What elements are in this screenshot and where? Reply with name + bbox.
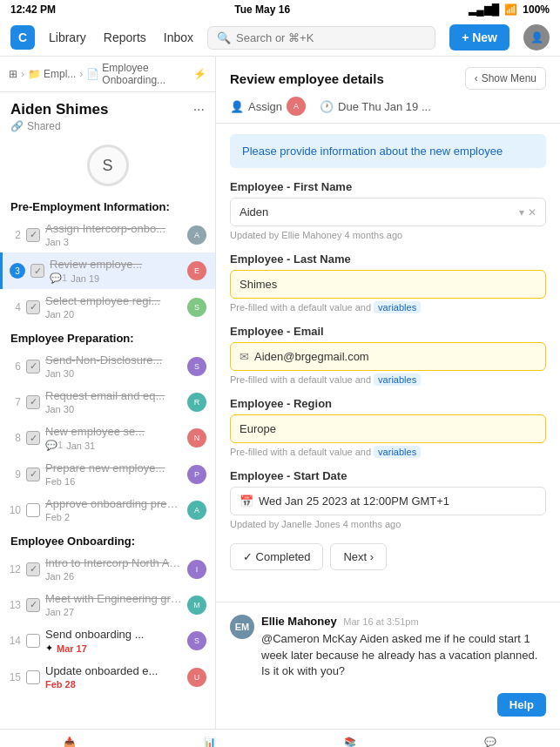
field-input[interactable]: Shimes bbox=[230, 270, 546, 299]
task-row[interactable]: 2 ✓ Assign Intercorp-onbo... Jan 3 A bbox=[0, 217, 215, 252]
left-panel: ⊞ › 📁 Empl... › 📄 Employee Onboarding...… bbox=[0, 57, 216, 729]
task-avatar: R bbox=[187, 393, 206, 412]
task-checkbox[interactable]: ✓ bbox=[26, 228, 40, 242]
task-label: Send-Non-Disclosure... bbox=[45, 353, 182, 367]
task-content: Prepare new employe... Feb 16 bbox=[45, 461, 182, 487]
right-panel: Review employee details ‹ Show Menu 👤 As… bbox=[216, 57, 560, 729]
task-comment: 💬1 bbox=[45, 440, 63, 451]
right-content: Please provide information about the new… bbox=[216, 124, 560, 602]
task-row[interactable]: 10 Approve onboarding prepa... Feb 2 A bbox=[0, 492, 215, 528]
right-header: Review employee details ‹ Show Menu 👤 As… bbox=[216, 57, 560, 124]
task-date: Jan 30 bbox=[45, 404, 74, 414]
breadcrumb-onboarding[interactable]: 📄 Employee Onboarding... bbox=[86, 62, 190, 86]
task-checkbox[interactable]: ✓ bbox=[26, 360, 40, 374]
task-content: Assign Intercorp-onbo... Jan 3 bbox=[45, 222, 182, 247]
section-employee-prep: Employee Preparation: bbox=[0, 325, 215, 348]
field-input[interactable]: Aiden ▾ ✕ bbox=[230, 198, 546, 226]
user-avatar[interactable]: 👤 bbox=[523, 24, 550, 50]
clear-icon[interactable]: ✕ bbox=[528, 206, 536, 219]
task-row-active[interactable]: 3 ✓ Review employe... 💬1 Jan 19 E bbox=[0, 252, 215, 289]
search-icon: 🔍 bbox=[217, 31, 231, 44]
nav-library[interactable]: Library bbox=[49, 30, 86, 44]
new-button[interactable]: + New bbox=[449, 24, 509, 50]
task-row[interactable]: 15 Update onboarded e... Feb 28 U bbox=[0, 659, 215, 695]
right-meta: 👤 Assign A 🕐 Due Thu Jan 19 ... bbox=[230, 97, 546, 116]
task-meta: Jan 26 bbox=[45, 571, 182, 582]
chevron-left-icon: ‹ bbox=[475, 72, 478, 84]
task-meta: Jan 20 bbox=[45, 309, 182, 320]
bottom-nav-comments[interactable]: 💬 Comments bbox=[420, 730, 560, 747]
task-checkbox[interactable] bbox=[26, 670, 40, 684]
help-button[interactable]: Help bbox=[497, 693, 546, 717]
task-row[interactable]: 13 ✓ Meet with Engineering gro... Jan 27… bbox=[0, 587, 215, 622]
task-checkbox[interactable]: ✓ bbox=[30, 264, 44, 278]
task-row[interactable]: 6 ✓ Send-Non-Disclosure... Jan 30 S bbox=[0, 348, 215, 384]
task-date: Mar 17 bbox=[57, 643, 87, 654]
search-input[interactable] bbox=[236, 31, 426, 44]
task-row[interactable]: 4 ✓ Select employee regi... Jan 20 S bbox=[0, 289, 215, 325]
field-label: Employee - Email bbox=[230, 325, 546, 338]
task-avatar: N bbox=[187, 428, 206, 448]
task-row[interactable]: 7 ✓ Request email and eq... Jan 30 R bbox=[0, 384, 215, 420]
next-button[interactable]: Next › bbox=[330, 543, 387, 570]
task-checkbox[interactable]: ✓ bbox=[26, 598, 40, 612]
field-label: Employee - First Name bbox=[230, 180, 546, 193]
task-date: Jan 26 bbox=[45, 571, 74, 582]
task-comment: 💬1 bbox=[50, 273, 67, 284]
more-options-icon[interactable]: ··· bbox=[193, 102, 205, 118]
assignee-avatar: A bbox=[287, 97, 306, 116]
progress-circle: S bbox=[87, 145, 129, 186]
task-meta: Feb 16 bbox=[45, 476, 182, 487]
task-label: Update onboarded e... bbox=[45, 664, 182, 677]
field-value: Europe bbox=[240, 422, 276, 435]
breadcrumb-empl[interactable]: 📁 Empl... bbox=[28, 68, 76, 80]
task-checkbox[interactable]: ✓ bbox=[26, 468, 40, 481]
task-label: New employee se... bbox=[45, 425, 182, 438]
task-row[interactable]: 8 ✓ New employee se... 💬1 Jan 31 N bbox=[0, 420, 215, 456]
task-checkbox[interactable] bbox=[26, 634, 40, 648]
field-label: Employee - Start Date bbox=[230, 469, 546, 482]
comment-section: EM Ellie Mahoney Mar 16 at 3:51pm @Camer… bbox=[216, 602, 560, 729]
bolt-icon: ⚡ bbox=[193, 68, 206, 80]
assignee-field[interactable]: 👤 Assign A bbox=[230, 97, 306, 116]
bottom-nav-inbox[interactable]: 📥 Inbox bbox=[0, 730, 140, 747]
task-meta: Jan 30 bbox=[45, 404, 182, 414]
field-helper: Pre-filled with a default value and vari… bbox=[230, 302, 546, 313]
field-input[interactable]: ✉ Aiden@brgegmail.com bbox=[230, 342, 546, 371]
task-row[interactable]: 9 ✓ Prepare new employe... Feb 16 P bbox=[0, 456, 215, 492]
search-bar[interactable]: 🔍 bbox=[207, 26, 435, 50]
date-field[interactable]: 📅 Wed Jan 25 2023 at 12:00PM GMT+1 bbox=[230, 487, 546, 515]
show-menu-button[interactable]: ‹ Show Menu bbox=[465, 67, 546, 90]
task-avatar: S bbox=[187, 357, 206, 376]
task-checkbox[interactable]: ✓ bbox=[26, 300, 40, 314]
task-row[interactable]: 12 ✓ Intro to Intercorp North Am... Jan … bbox=[0, 551, 215, 587]
task-content: Send-Non-Disclosure... Jan 30 bbox=[45, 353, 182, 379]
logo[interactable]: C bbox=[10, 25, 35, 50]
task-date: Jan 20 bbox=[45, 309, 74, 320]
due-date-field[interactable]: 🕐 Due Thu Jan 19 ... bbox=[320, 100, 431, 113]
date-value: Wed Jan 25 2023 at 12:00PM GMT+1 bbox=[259, 495, 449, 508]
field-input[interactable]: Europe bbox=[230, 414, 546, 443]
field-helper: Pre-filled with a default value and vari… bbox=[230, 374, 546, 385]
calendar-icon: 📅 bbox=[240, 495, 253, 508]
task-checkbox[interactable] bbox=[26, 503, 40, 517]
task-label: Meet with Engineering gro... bbox=[45, 592, 182, 605]
completed-button[interactable]: ✓ Completed bbox=[230, 543, 323, 570]
bottom-nav-library[interactable]: 📚 Library bbox=[280, 730, 421, 747]
task-checkbox[interactable]: ✓ bbox=[26, 431, 40, 445]
task-content: Send onboarding ... ✦ Mar 17 bbox=[45, 628, 182, 654]
bottom-nav-reports[interactable]: 📊 Reports bbox=[140, 730, 280, 747]
breadcrumb-grid-icon[interactable]: ⊞ bbox=[9, 68, 17, 80]
nav-inbox[interactable]: Inbox bbox=[164, 30, 193, 44]
section-employee-onboarding: Employee Onboarding: bbox=[0, 528, 215, 551]
field-value: Shimes bbox=[240, 278, 277, 291]
task-checkbox[interactable]: ✓ bbox=[26, 395, 40, 409]
task-avatar: M bbox=[187, 596, 206, 615]
task-checkbox[interactable]: ✓ bbox=[26, 562, 40, 576]
right-header-top: Review employee details ‹ Show Menu bbox=[230, 67, 546, 90]
dropdown-icon[interactable]: ▾ bbox=[519, 206, 524, 219]
task-row[interactable]: 14 Send onboarding ... ✦ Mar 17 S bbox=[0, 622, 215, 659]
task-content: Meet with Engineering gro... Jan 27 bbox=[45, 592, 182, 617]
nav-reports[interactable]: Reports bbox=[104, 30, 146, 44]
task-badge: 3 bbox=[10, 263, 25, 279]
